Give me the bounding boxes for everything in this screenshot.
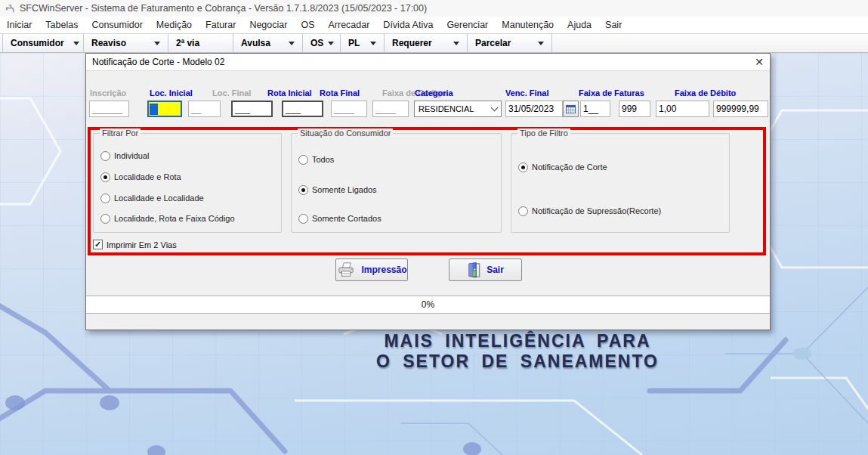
menu-medicao[interactable]: Medição — [150, 17, 199, 33]
toolbar-pl-label: PL — [348, 38, 360, 48]
faixa-debito-final-input[interactable] — [713, 101, 768, 117]
menu-os[interactable]: OS — [294, 17, 321, 33]
radio-icon — [100, 193, 110, 203]
radio-todos[interactable]: Todos — [298, 154, 334, 165]
label-inscricao: Inscrição — [90, 88, 126, 98]
toolbar-pl-button[interactable]: PL — [341, 34, 385, 52]
menu-iniciar[interactable]: Iniciar — [0, 17, 39, 33]
menu-ajuda[interactable]: Ajuda — [561, 17, 598, 33]
faixa-faturas-inicial-input[interactable] — [580, 101, 610, 117]
text-selection-block — [150, 104, 158, 115]
dropdown-arrow-icon[interactable] — [538, 42, 544, 45]
toolbar-reaviso-label: Reaviso — [91, 38, 126, 48]
radio-somente-ligados[interactable]: Somente Ligados — [298, 184, 377, 195]
group-tipo-filtro: Tipo de Filtro Notificação de Corte Noti… — [511, 133, 730, 233]
dialog-title: Notificação de Corte - Modelo 02 — [92, 57, 224, 67]
toolbar-parcelar-button[interactable]: Parcelar — [468, 34, 552, 52]
slogan-line-2: O SETOR DE SANEAMENTO — [317, 351, 718, 372]
dropdown-arrow-icon[interactable] — [453, 42, 459, 45]
menu-gerenciar[interactable]: Gerenciar — [440, 17, 495, 33]
venc-final-input[interactable] — [505, 101, 563, 117]
rota-inicial-input[interactable] — [231, 101, 273, 117]
dialog-notificacao-corte: Notificação de Corte - Modelo 02 ✕ Inscr… — [85, 53, 771, 330]
label-categoria: Categoria — [415, 88, 453, 98]
dropdown-arrow-icon[interactable] — [370, 42, 376, 45]
toolbar-2avia-label: 2ª via — [176, 38, 199, 48]
menu-manutencao[interactable]: Manutenção — [495, 17, 561, 33]
printer-icon — [336, 262, 356, 278]
group-filtrar-por-title: Filtrar Por — [100, 128, 141, 138]
checkbox-imprimir-2-vias[interactable]: ✓ Imprimir Em 2 Vias — [93, 240, 177, 249]
faixa-codigo-final-input[interactable] — [372, 101, 409, 117]
dialog-titlebar[interactable]: Notificação de Corte - Modelo 02 ✕ — [86, 54, 770, 71]
rota-final-input[interactable] — [282, 101, 323, 117]
radio-notificacao-corte[interactable]: Notificação de Corte — [518, 162, 607, 172]
toolbar-requerer-label: Requerer — [392, 38, 432, 48]
checkbox-label: Imprimir Em 2 Vias — [107, 240, 177, 249]
faixa-codigo-inicial-input[interactable] — [331, 101, 367, 117]
radio-localidade-e-rota[interactable]: Localidade e Rota — [100, 172, 181, 182]
radio-localidade-e-rota-label: Localidade e Rota — [114, 172, 181, 181]
menu-negociar[interactable]: Negociar — [242, 17, 294, 33]
toolbar-avulsa-label: Avulsa — [241, 38, 270, 48]
faucet-icon — [5, 3, 16, 14]
menu-sair[interactable]: Sair — [598, 17, 629, 33]
menu-arrecadar[interactable]: Arrecadar — [321, 17, 376, 33]
radio-somente-cortados[interactable]: Somente Cortados — [298, 213, 381, 224]
dropdown-arrow-icon[interactable] — [328, 42, 334, 45]
categoria-select[interactable]: RESIDENCIAL — [414, 101, 502, 117]
dropdown-arrow-icon[interactable] — [73, 42, 79, 45]
dropdown-arrow-icon[interactable] — [154, 42, 160, 45]
faixa-faturas-final-input[interactable] — [619, 101, 650, 117]
toolbar-consumidor-button[interactable]: Consumidor — [2, 34, 84, 52]
radio-notificacao-supressao-label: Notificação de Supressão(Recorte) — [532, 206, 661, 215]
menubar: Iniciar Tabelas Consumidor Medição Fatur… — [0, 17, 868, 33]
impressao-button[interactable]: Impressão — [335, 258, 408, 281]
progress-bar: 0% — [86, 296, 770, 314]
label-rota-final: Rota Final — [320, 88, 360, 98]
label-loc-inicial: Loc. Inicial — [150, 88, 193, 98]
label-rota-inicial: Rota Inicial — [267, 88, 312, 98]
sair-button[interactable]: Sair — [449, 258, 522, 281]
label-faixa-faturas: Faixa de Faturas — [579, 88, 644, 98]
label-loc-final: Loc. Final — [212, 88, 251, 98]
group-situacao-title: Situação do Consumidor — [298, 128, 393, 138]
checkbox-icon-checked: ✓ — [93, 240, 103, 249]
radio-individual-label: Individual — [114, 151, 149, 160]
loc-final-input[interactable] — [188, 101, 221, 117]
chevron-down-icon — [491, 104, 499, 111]
check-icon: ✓ — [94, 240, 101, 249]
radio-somente-ligados-label: Somente Ligados — [312, 185, 377, 194]
toolbar-os-button[interactable]: OS — [303, 34, 341, 52]
close-icon[interactable]: ✕ — [755, 57, 764, 67]
toolbar-parcelar-label: Parcelar — [475, 38, 511, 48]
label-faixa-debito: Faixa de Débito — [675, 88, 736, 98]
menu-consumidor[interactable]: Consumidor — [85, 17, 149, 33]
label-venc-final: Venc. Final — [505, 88, 548, 98]
dropdown-arrow-icon[interactable] — [289, 42, 295, 45]
toolbar-avulsa-button[interactable]: Avulsa — [233, 34, 303, 52]
radio-icon — [100, 151, 110, 161]
menu-tabelas[interactable]: Tabelas — [39, 17, 85, 33]
toolbar-2avia-button[interactable]: 2ª via — [168, 34, 233, 52]
toolbar-requerer-button[interactable]: Requerer — [385, 34, 468, 52]
toolbar: Consumidor Reaviso 2ª via Avulsa OS PL R… — [0, 33, 868, 53]
calendar-button[interactable] — [563, 101, 579, 117]
door-icon — [467, 262, 481, 278]
impressao-button-label: Impressão — [361, 265, 406, 275]
radio-localidade-e-localidade[interactable]: Localidade e Localidade — [100, 193, 204, 203]
toolbar-reaviso-button[interactable]: Reaviso — [84, 34, 168, 52]
radio-icon-selected — [100, 172, 110, 182]
menu-faturar[interactable]: Faturar — [199, 17, 242, 33]
radio-notificacao-supressao[interactable]: Notificação de Supressão(Recorte) — [518, 206, 661, 216]
calendar-icon — [566, 104, 576, 114]
radio-individual[interactable]: Individual — [100, 150, 149, 161]
inscricao-input[interactable] — [89, 101, 129, 117]
faixa-debito-inicial-input[interactable] — [656, 101, 709, 117]
radio-icon-selected — [518, 162, 528, 172]
radio-localidade-rota-faixa[interactable]: Localidade, Rota e Faixa Código — [100, 213, 235, 224]
loc-inicial-input[interactable] — [147, 101, 182, 117]
menu-divida-ativa[interactable]: Dívida Ativa — [376, 17, 440, 33]
slogan-line-1: MAIS INTELIGÊNCIA PARA — [317, 331, 718, 351]
radio-somente-cortados-label: Somente Cortados — [312, 214, 381, 223]
